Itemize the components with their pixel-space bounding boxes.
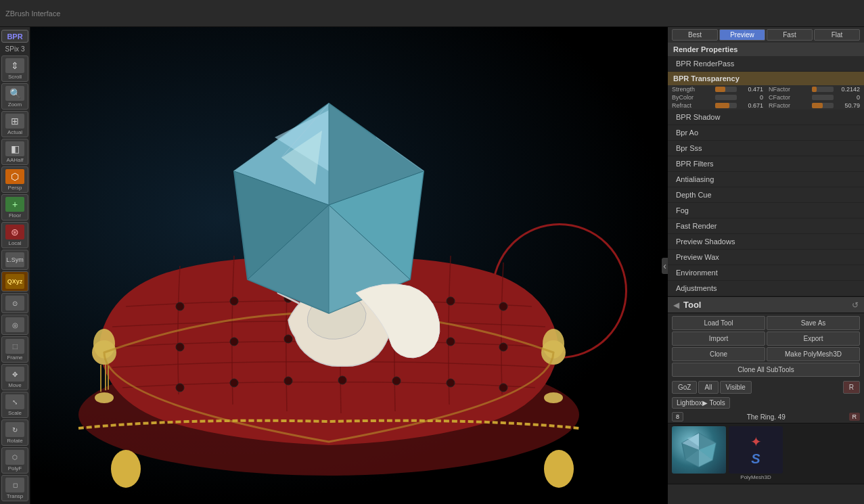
depth-cue-item[interactable]: Depth Cue	[668, 187, 864, 203]
make-polymesh-btn[interactable]: Make PolyMesh3D	[767, 347, 860, 361]
gem-thumbnail[interactable]	[672, 426, 726, 474]
bpr-filters-item[interactable]: BPR Filters	[668, 156, 864, 172]
bpr-renderpass-item[interactable]: BPR RenderPass	[668, 56, 864, 72]
scene-svg	[45, 36, 654, 496]
cfactor-slider[interactable]	[812, 95, 834, 100]
svg-point-17	[284, 377, 292, 385]
main-layout: BPR SPix 3 ⇕ Scroll 🔍 Zoom ⊞ Actual ◧ AA…	[0, 27, 864, 504]
svg-point-20	[447, 379, 455, 387]
svg-point-14	[499, 343, 507, 351]
lightbox-tools-btn[interactable]: Lightbox▶ Tools	[672, 397, 730, 409]
rfactor-slider[interactable]	[812, 103, 834, 108]
lightbox-row: Lightbox▶ Tools	[668, 395, 864, 411]
tool-section: ◀ Tool ↺ Load Tool Save As Import Export…	[668, 297, 864, 484]
floor-btn[interactable]: + Floor	[1, 194, 28, 221]
antialiasing-item[interactable]: Antialiasing	[668, 172, 864, 187]
strength-slider[interactable]	[715, 87, 737, 92]
actual-btn[interactable]: ⊞ Actual	[1, 111, 28, 137]
gem-thumb-container[interactable]	[672, 426, 726, 481]
move-btn[interactable]: ✥ Move	[1, 364, 28, 390]
clone-all-subtools-btn[interactable]: Clone All SubTools	[672, 363, 860, 377]
bycolor-slider[interactable]	[715, 95, 737, 100]
nfactor-slider[interactable]	[812, 87, 834, 92]
load-tool-btn[interactable]: Load Tool	[672, 316, 765, 330]
rotate-btn[interactable]: ↻ Rotate	[1, 419, 28, 446]
persp-btn[interactable]: ⬡ Persp	[1, 166, 28, 193]
render-quality-row: Best Preview Fast Flat	[668, 27, 864, 43]
bycolor-row: ByColor 0 CFactor 0	[668, 93, 864, 101]
tool-collapse-arrow[interactable]: ◀	[673, 300, 679, 310]
fog-item[interactable]: Fog	[668, 203, 864, 219]
camera-btn[interactable]: ◎	[1, 315, 28, 335]
preview-btn[interactable]: Preview	[719, 29, 765, 41]
export-btn[interactable]: Export	[767, 331, 860, 346]
svg-point-31	[111, 450, 141, 488]
svg-point-13	[447, 338, 455, 346]
3d-scene	[30, 27, 668, 504]
zoom-btn[interactable]: 🔍 Zoom	[1, 83, 28, 110]
lsym-btn[interactable]: L.Sym	[1, 250, 28, 270]
bpr-ao-item[interactable]: Bpr Ao	[668, 125, 864, 141]
collapse-btn[interactable]: ‹	[662, 258, 668, 274]
polymesh-thumbnail[interactable]: ✦ S	[729, 426, 783, 474]
svg-point-9	[230, 338, 238, 346]
visible-btn[interactable]: Visible	[720, 381, 752, 394]
local-btn[interactable]: ⊛ Local	[1, 222, 28, 248]
flat-btn[interactable]: Flat	[814, 29, 860, 41]
transp-btn[interactable]: ◻ Transp	[1, 475, 28, 501]
svg-point-10	[284, 335, 292, 343]
goz-row: GoZ All Visible R	[668, 380, 864, 395]
svg-rect-25	[108, 366, 109, 390]
adjustments-item[interactable]: Adjustments	[668, 281, 864, 296]
svg-point-26	[95, 392, 114, 403]
strength-row: Strength 0.471 NFactor 0.2142	[668, 85, 864, 93]
environment-item[interactable]: Environment	[668, 265, 864, 281]
render-properties-section: Render Properties BPR RenderPass BPR Tra…	[668, 43, 864, 297]
scroll-btn[interactable]: ⇕ Scroll	[1, 55, 28, 82]
svg-point-19	[392, 377, 401, 385]
scale-btn[interactable]: ⤡ Scale	[1, 392, 28, 418]
bpr-shadow-item[interactable]: BPR Shadow	[668, 110, 864, 125]
bpr-transparency-header[interactable]: BPR Transparency	[668, 72, 864, 85]
fast-render-item[interactable]: Fast Render	[668, 219, 864, 234]
bpr-sss-item[interactable]: Bpr Sss	[668, 141, 864, 156]
thumbnails-row: ✦ S PolyMesh3D	[668, 423, 864, 484]
best-btn[interactable]: Best	[672, 29, 718, 41]
svg-point-7	[499, 302, 507, 311]
ring-name: The Ring. 49	[747, 413, 786, 421]
tool-buttons-grid: Load Tool Save As Import Export Clone Ma…	[668, 313, 864, 380]
refract-row: Refract 0.671 RFactor 50.79	[668, 101, 864, 110]
refract-slider[interactable]	[715, 103, 737, 108]
clone-btn[interactable]: Clone	[672, 347, 765, 361]
viewport[interactable]: ‹	[30, 27, 668, 504]
fast-btn[interactable]: Fast	[767, 29, 813, 41]
ring-num-badge: 8	[672, 412, 683, 421]
preview-shadows-item[interactable]: Preview Shadows	[668, 234, 864, 250]
goz-btn[interactable]: GoZ	[672, 381, 697, 394]
polymesh-thumb-container[interactable]: ✦ S PolyMesh3D	[729, 426, 783, 481]
ring-r-badge: R	[849, 413, 861, 421]
gem-thumb-label	[698, 474, 700, 475]
polyf-btn[interactable]: ⬡ PolyF	[1, 447, 28, 474]
svg-point-18	[338, 376, 346, 384]
svg-point-32	[544, 450, 574, 488]
icon-toolbar: BPR SPix 3 ⇕ Scroll 🔍 Zoom ⊞ Actual ◧ AA…	[0, 27, 30, 504]
bpr-button[interactable]: BPR	[1, 30, 28, 43]
tool-reset-icon[interactable]: ↺	[852, 300, 859, 310]
svg-point-1	[176, 302, 184, 311]
save-as-btn[interactable]: Save As	[767, 316, 860, 330]
orbit-btn[interactable]: ⊙	[1, 293, 28, 313]
render-properties-header[interactable]: Render Properties	[668, 43, 864, 56]
frame-btn[interactable]: ⬚ Frame	[1, 336, 28, 363]
aahalf-btn[interactable]: ◧ AAHalf	[1, 139, 28, 165]
svg-point-16	[230, 379, 238, 387]
preview-wax-item[interactable]: Preview Wax	[668, 250, 864, 265]
app-title: ZBrush Interface	[5, 9, 60, 18]
all-btn[interactable]: All	[698, 381, 718, 394]
svg-point-8	[176, 343, 184, 351]
r-badge[interactable]: R	[843, 381, 860, 394]
import-btn[interactable]: Import	[672, 331, 765, 346]
svg-point-2	[230, 297, 238, 305]
qxyz-btn[interactable]: QXyz	[1, 271, 28, 292]
svg-point-28	[544, 392, 563, 403]
